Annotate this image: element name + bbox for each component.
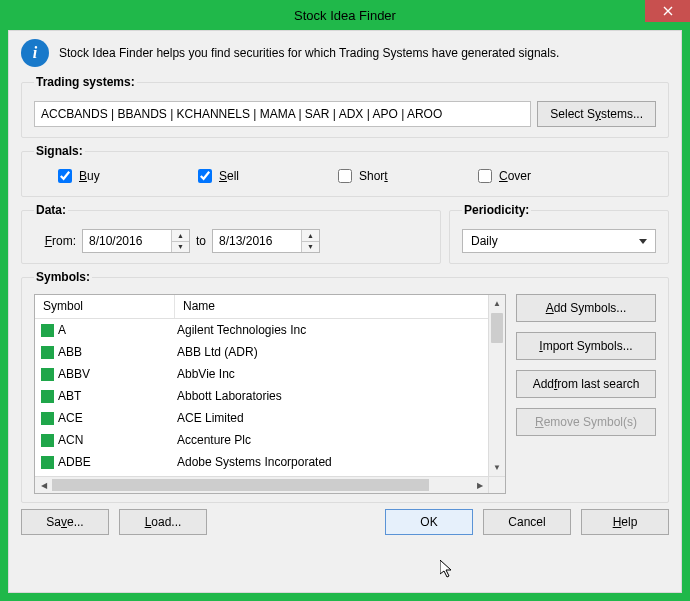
- data-legend: Data:: [34, 203, 68, 217]
- from-date-input[interactable]: 8/10/2016 ▲▼: [82, 229, 190, 253]
- cover-checkbox-label[interactable]: Cover: [474, 166, 614, 186]
- scroll-thumb[interactable]: [491, 313, 503, 343]
- scroll-left-icon[interactable]: ◀: [35, 481, 52, 490]
- table-row[interactable]: ACEACE Limited: [35, 407, 505, 429]
- symbol-cell: A: [58, 323, 66, 337]
- periodicity-legend: Periodicity:: [462, 203, 531, 217]
- to-label: to: [196, 234, 206, 248]
- sell-checkbox[interactable]: [198, 169, 212, 183]
- short-checkbox[interactable]: [338, 169, 352, 183]
- save-button[interactable]: Save...: [21, 509, 109, 535]
- from-up-icon[interactable]: ▲: [172, 230, 189, 242]
- dialog-content: i Stock Idea Finder helps you find secur…: [8, 30, 682, 593]
- symbol-cell: ABB: [58, 345, 82, 359]
- signals-group: Signals: Buy Sell Short Cover: [21, 144, 669, 197]
- info-text: Stock Idea Finder helps you find securit…: [59, 46, 559, 60]
- name-cell: ABB Ltd (ADR): [175, 345, 505, 359]
- symbol-cell: ABBV: [58, 367, 90, 381]
- help-button[interactable]: Help: [581, 509, 669, 535]
- to-down-icon[interactable]: ▼: [302, 242, 319, 253]
- sell-checkbox-label[interactable]: Sell: [194, 166, 334, 186]
- to-up-icon[interactable]: ▲: [302, 230, 319, 242]
- table-row[interactable]: ADBEAdobe Systems Incorporated: [35, 451, 505, 473]
- buy-checkbox[interactable]: [58, 169, 72, 183]
- col-name[interactable]: Name: [175, 295, 505, 318]
- symbols-table[interactable]: Symbol Name AAgilent Technologies IncABB…: [34, 294, 506, 494]
- window-title: Stock Idea Finder: [294, 8, 396, 23]
- titlebar: Stock Idea Finder: [0, 0, 690, 30]
- table-row[interactable]: ABTAbbott Laboratories: [35, 385, 505, 407]
- systems-input[interactable]: ACCBANDS | BBANDS | KCHANNELS | MAMA | S…: [34, 101, 531, 127]
- table-row[interactable]: AAgilent Technologies Inc: [35, 319, 505, 341]
- close-icon: [663, 6, 673, 16]
- name-cell: Abbott Laboratories: [175, 389, 505, 403]
- symbol-cell: ABT: [58, 389, 81, 403]
- table-row[interactable]: ABBABB Ltd (ADR): [35, 341, 505, 363]
- col-symbol[interactable]: Symbol: [35, 295, 175, 318]
- trading-systems-group: Trading systems: ACCBANDS | BBANDS | KCH…: [21, 75, 669, 138]
- name-cell: AbbVie Inc: [175, 367, 505, 381]
- ok-button[interactable]: OK: [385, 509, 473, 535]
- info-row: i Stock Idea Finder helps you find secur…: [21, 39, 669, 67]
- name-cell: ACE Limited: [175, 411, 505, 425]
- name-cell: Agilent Technologies Inc: [175, 323, 505, 337]
- symbol-cell: ACE: [58, 411, 83, 425]
- symbols-legend: Symbols:: [34, 270, 92, 284]
- symbol-icon: [41, 412, 54, 425]
- periodicity-select[interactable]: Daily: [462, 229, 656, 253]
- short-checkbox-label[interactable]: Short: [334, 166, 474, 186]
- symbol-icon: [41, 456, 54, 469]
- table-row[interactable]: ACNAccenture Plc: [35, 429, 505, 451]
- horizontal-scrollbar[interactable]: ◀ ▶: [35, 476, 488, 493]
- to-date-input[interactable]: 8/13/2016 ▲▼: [212, 229, 320, 253]
- symbols-group: Symbols: Symbol Name AAgilent Technologi…: [21, 270, 669, 503]
- scroll-up-icon[interactable]: ▲: [489, 295, 505, 312]
- symbol-cell: ACN: [58, 433, 83, 447]
- symbol-icon: [41, 434, 54, 447]
- scroll-corner: [488, 476, 505, 493]
- name-cell: Accenture Plc: [175, 433, 505, 447]
- name-cell: Adobe Systems Incorporated: [175, 455, 505, 469]
- import-symbols-button[interactable]: Import Symbols...: [516, 332, 656, 360]
- trading-systems-legend: Trading systems:: [34, 75, 137, 89]
- scroll-right-icon[interactable]: ▶: [471, 481, 488, 490]
- symbol-icon: [41, 346, 54, 359]
- table-header: Symbol Name: [35, 295, 505, 319]
- symbol-icon: [41, 390, 54, 403]
- symbol-icon: [41, 368, 54, 381]
- scroll-down-icon[interactable]: ▼: [489, 459, 505, 476]
- load-button[interactable]: Load...: [119, 509, 207, 535]
- signals-legend: Signals:: [34, 144, 85, 158]
- add-from-last-search-button[interactable]: Add from last search: [516, 370, 656, 398]
- from-label: From:: [34, 234, 76, 248]
- add-symbols-button[interactable]: Add Symbols...: [516, 294, 656, 322]
- cover-checkbox[interactable]: [478, 169, 492, 183]
- cancel-button[interactable]: Cancel: [483, 509, 571, 535]
- remove-symbols-button[interactable]: Remove Symbol(s): [516, 408, 656, 436]
- table-row[interactable]: ABBVAbbVie Inc: [35, 363, 505, 385]
- vertical-scrollbar[interactable]: ▲ ▼: [488, 295, 505, 476]
- symbol-cell: ADBE: [58, 455, 91, 469]
- from-down-icon[interactable]: ▼: [172, 242, 189, 253]
- footer: Save... Load... OK Cancel Help: [21, 509, 669, 535]
- data-group: Data: From: 8/10/2016 ▲▼ to 8/13/2016 ▲▼: [21, 203, 441, 264]
- select-systems-button[interactable]: Select Systems...: [537, 101, 656, 127]
- buy-checkbox-label[interactable]: Buy: [54, 166, 194, 186]
- symbol-icon: [41, 324, 54, 337]
- close-button[interactable]: [645, 0, 690, 22]
- hscroll-thumb[interactable]: [52, 479, 429, 491]
- info-icon: i: [21, 39, 49, 67]
- periodicity-group: Periodicity: Daily: [449, 203, 669, 264]
